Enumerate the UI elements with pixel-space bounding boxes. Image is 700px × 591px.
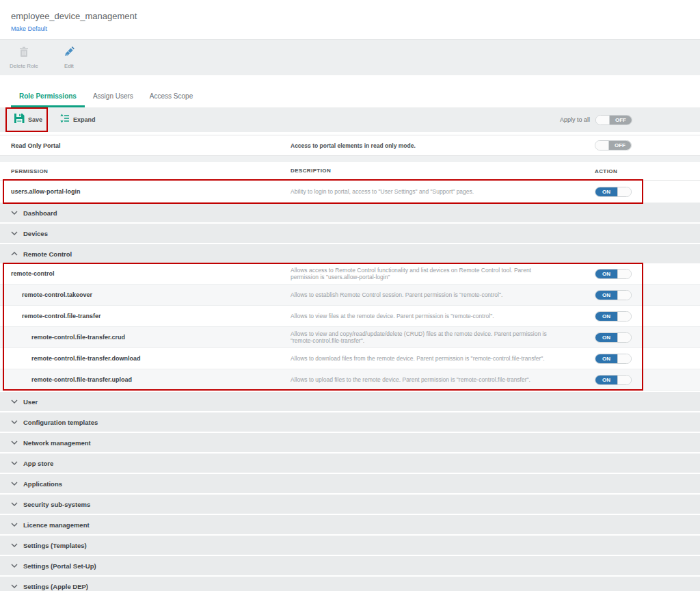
permission-description: Ability to login to portal, access to "U… (291, 188, 595, 195)
section-configuration-templates[interactable]: Configuration templates (0, 412, 700, 432)
section-user[interactable]: User (0, 392, 700, 411)
chevron-down-icon (11, 398, 18, 405)
remote-control-permissions-group: remote-control Allows access to Remote C… (0, 263, 700, 391)
edit-label: Edit (64, 63, 74, 69)
permission-toggle[interactable]: ON (595, 354, 632, 364)
tab-role-permissions[interactable]: Role Permissions (11, 87, 85, 107)
edit-button[interactable]: Edit (56, 47, 82, 69)
toggle-state-label: ON (595, 187, 617, 196)
toggle-knob (617, 312, 631, 321)
permission-name: remote-control.file-transfer.upload (11, 376, 291, 383)
toggle-knob (617, 270, 631, 278)
read-only-portal-row: Read Only Portal Access to portal elemen… (0, 135, 700, 156)
toggle-state-label: ON (595, 291, 617, 300)
chevron-down-icon (11, 419, 18, 425)
spacer (0, 75, 700, 87)
chevron-down-icon (11, 583, 18, 590)
toggle-state-label: OFF (609, 141, 631, 150)
expand-button[interactable]: Expand (60, 114, 96, 126)
expand-label: Expand (73, 116, 96, 123)
apply-to-all-label: Apply to all (560, 116, 590, 123)
column-header-action: ACTION (595, 168, 617, 174)
section-network-management[interactable]: Network management (0, 433, 700, 452)
section-label: Licence management (23, 521, 90, 529)
permission-description: Allows access to Remote Control function… (291, 267, 595, 280)
save-button[interactable]: Save (14, 113, 42, 127)
actions-bar: Save Expand Apply to all OFF (0, 107, 700, 132)
section-applications[interactable]: Applications (0, 474, 700, 493)
chevron-down-icon (11, 480, 18, 487)
toggle-knob (617, 291, 631, 300)
toggle-knob (617, 376, 631, 384)
read-only-portal-name: Read Only Portal (11, 142, 291, 149)
section-licence-management[interactable]: Licence management (0, 515, 700, 534)
permission-name: users.allow-portal-login (11, 188, 291, 195)
section-label: Remote Control (23, 250, 72, 258)
section-label: Applications (23, 480, 62, 488)
delete-role-button[interactable]: Delete Role (10, 47, 38, 69)
section-remote-control[interactable]: Remote Control (0, 244, 700, 263)
section-label: User (23, 398, 38, 406)
chevron-down-icon (11, 460, 18, 467)
permission-toggle[interactable]: ON (595, 311, 632, 321)
icon-toolbar: Delete Role Edit (0, 39, 700, 75)
read-only-portal-toggle[interactable]: OFF (595, 140, 632, 150)
apply-to-all-toggle[interactable]: OFF (595, 115, 632, 125)
section-settings-templates[interactable]: Settings (Templates) (0, 536, 700, 555)
permission-toggle[interactable]: ON (595, 375, 632, 385)
permission-name: remote-control.takeover (11, 291, 291, 298)
page-header: employee_device_management Make Default (0, 0, 700, 39)
section-settings-apple-dep[interactable]: Settings (Apple DEP) (0, 577, 700, 591)
chevron-up-icon (11, 250, 18, 257)
make-default-link[interactable]: Make Default (11, 25, 47, 32)
permissions-table-header: PERMISSION DESCRIPTION ACTION (0, 162, 700, 181)
permission-row: remote-control.takeover Allows to establ… (0, 285, 700, 306)
permission-name: remote-control.file-transfer (11, 313, 291, 319)
section-label: Network management (23, 439, 91, 447)
chevron-down-icon (11, 501, 18, 508)
permission-toggle[interactable]: ON (595, 290, 632, 300)
toggle-knob (617, 333, 631, 342)
permission-name: remote-control (11, 270, 291, 277)
permission-toggle[interactable]: ON (595, 187, 632, 197)
read-only-portal-description: Access to portal elements in read only m… (291, 142, 595, 149)
column-header-description: DESCRIPTION (291, 168, 595, 174)
section-label: Settings (Portal Set-Up) (23, 562, 96, 570)
tab-bar: Role Permissions Assign Users Access Sco… (0, 87, 700, 107)
chevron-down-icon (11, 521, 18, 528)
save-floppy-icon (14, 113, 25, 127)
section-label: Configuration templates (23, 419, 98, 426)
permission-row: remote-control.file-transfer Allows to v… (0, 306, 700, 327)
section-dashboard[interactable]: Dashboard (0, 203, 700, 222)
section-label: Devices (23, 230, 48, 237)
permission-toggle[interactable]: ON (595, 332, 632, 343)
chevron-down-icon (11, 562, 18, 569)
expand-icon (60, 114, 70, 126)
toggle-state-label: ON (595, 354, 617, 363)
toggle-knob (595, 141, 609, 150)
section-label: Security sub-systems (23, 501, 90, 508)
permission-toggle[interactable]: ON (595, 269, 632, 279)
tab-access-scope[interactable]: Access Scope (142, 87, 201, 107)
section-label: Settings (Templates) (23, 542, 87, 549)
role-detail-page: employee_device_management Make Default … (0, 0, 700, 591)
section-devices[interactable]: Devices (0, 224, 700, 243)
toggle-state-label: ON (595, 270, 617, 278)
permission-description: Allows to establish Remote Control sessi… (291, 291, 595, 298)
toggle-state-label: OFF (610, 116, 632, 124)
permission-row: users.allow-portal-login Ability to logi… (0, 181, 700, 203)
section-settings-portal-set-up[interactable]: Settings (Portal Set-Up) (0, 556, 700, 575)
edit-pencil-icon (64, 47, 75, 60)
toggle-knob (617, 354, 631, 363)
permission-row: remote-control.file-transfer.crud Allows… (0, 327, 700, 348)
permission-name: remote-control.file-transfer.download (11, 355, 291, 362)
tab-assign-users[interactable]: Assign Users (85, 87, 142, 107)
permission-description: Allows to download files from the remote… (291, 355, 595, 362)
permission-row: remote-control.file-transfer.upload Allo… (0, 369, 700, 391)
trash-icon (19, 47, 29, 60)
chevron-down-icon (11, 542, 18, 549)
chevron-down-icon (11, 230, 18, 237)
toggle-knob (596, 116, 610, 124)
section-security-sub-systems[interactable]: Security sub-systems (0, 495, 700, 514)
section-app-store[interactable]: App store (0, 454, 700, 473)
